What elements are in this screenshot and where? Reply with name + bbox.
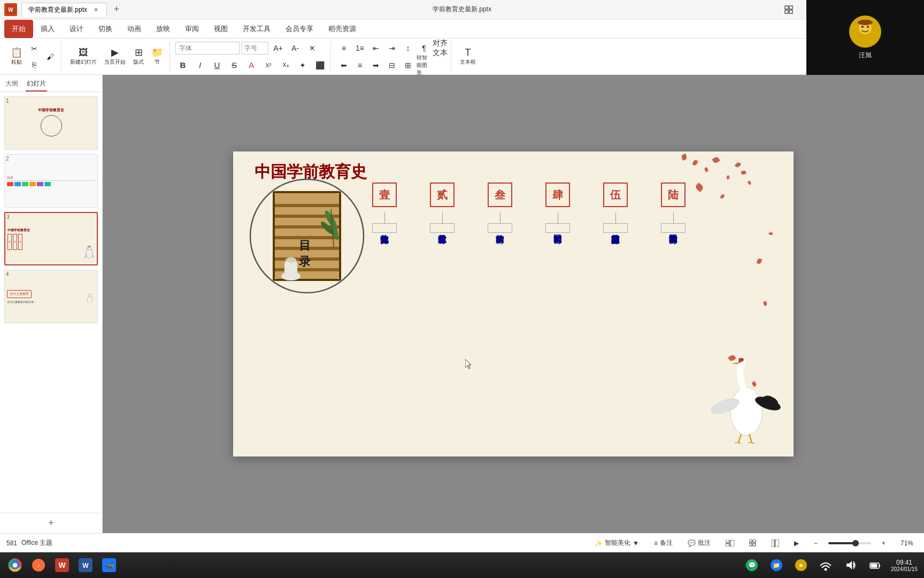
new-slide-button[interactable]: 🖼 新建幻灯片 xyxy=(67,45,100,68)
taskbar-right: 💬 📁 ★ xyxy=(741,554,920,576)
tab-close-button[interactable]: ✕ xyxy=(91,5,100,14)
highlight-button[interactable]: ⬛ xyxy=(312,58,327,73)
justify-button[interactable]: ⊟ xyxy=(384,58,399,73)
tab-review[interactable]: 审阅 xyxy=(178,20,206,38)
document-tab[interactable]: 学前教育史最新.pptx ✕ xyxy=(21,3,107,17)
italic-button[interactable]: I xyxy=(192,58,207,73)
chapter-1-line xyxy=(384,212,385,223)
smart-shape-button[interactable]: 转智能图形 xyxy=(417,58,432,73)
slides-tab[interactable]: 幻灯片 xyxy=(26,77,47,92)
svg-rect-63 xyxy=(730,540,734,546)
layout-toggle-button[interactable] xyxy=(776,0,801,19)
tab-transition[interactable]: 切换 xyxy=(91,20,120,38)
slide-thumb-1[interactable]: 1 中国学前教育史 xyxy=(4,96,98,150)
svg-point-38 xyxy=(286,257,296,263)
font-size-inc-button[interactable]: A+ xyxy=(271,41,286,56)
taskbar-chrome[interactable] xyxy=(4,554,26,576)
taskbar-network[interactable] xyxy=(815,554,836,576)
slide-canvas[interactable]: 中国学前教育史 xyxy=(233,151,794,457)
chapter-2: 贰 古代学前教育思想 xyxy=(430,182,455,233)
taskbar-time[interactable]: 09:41 2024/01/15 xyxy=(889,554,920,576)
layout-button[interactable]: ⊞ 版式 xyxy=(130,45,147,68)
slide-thumb-3[interactable]: 3 中国学前教育史 壹 贰 叁 xyxy=(4,212,98,265)
taskbar-files[interactable]: 📁 xyxy=(766,554,787,576)
font-size-input[interactable] xyxy=(242,42,268,55)
tab-slideshow[interactable]: 放映 xyxy=(149,20,178,38)
taskbar-word[interactable]: W xyxy=(75,554,96,576)
paste-button[interactable]: 📋 粘贴 xyxy=(7,45,26,68)
align-center-button[interactable]: ≡ xyxy=(352,58,367,73)
font-color-button[interactable]: A xyxy=(244,58,259,73)
taskbar-wps-writer[interactable]: W xyxy=(51,554,73,576)
normal-view-button[interactable] xyxy=(721,538,738,549)
cut-button[interactable]: ✂ xyxy=(27,41,42,56)
add-slide-button[interactable]: + xyxy=(0,513,102,533)
outline-tab[interactable]: 大纲 xyxy=(4,77,19,92)
paragraph-settings-button[interactable]: ¶ xyxy=(417,41,432,56)
svg-point-57 xyxy=(867,26,869,28)
text-align-button[interactable]: 对齐文本 xyxy=(433,41,448,56)
svg-rect-4 xyxy=(785,10,788,13)
tab-animation[interactable]: 动画 xyxy=(120,20,149,38)
indent-decrease-button[interactable]: ⇤ xyxy=(368,41,383,56)
font-size-dec-button[interactable]: A- xyxy=(288,41,303,56)
strikethrough-button[interactable]: S xyxy=(227,58,242,73)
smart-beautify-button[interactable]: ✨ 智能美化 ▼ xyxy=(590,536,643,550)
zoom-out-button[interactable]: − xyxy=(810,537,822,549)
section-label: 节 xyxy=(155,58,160,66)
svg-rect-69 xyxy=(775,539,779,547)
tab-home[interactable]: 开始 xyxy=(4,20,33,38)
zoom-percent-button[interactable]: 71% xyxy=(896,537,918,549)
taskbar-date-text: 2024/01/15 xyxy=(891,566,918,572)
reading-view-button[interactable] xyxy=(767,537,783,549)
svg-rect-94 xyxy=(879,565,880,567)
tab-insert[interactable]: 插入 xyxy=(33,20,62,38)
font-name-input[interactable] xyxy=(175,42,240,55)
taskbar-wps-golden[interactable]: ★ xyxy=(790,554,812,576)
align-right-button[interactable]: ➡ xyxy=(368,58,383,73)
tab-daoke[interactable]: 稻壳资源 xyxy=(321,20,364,38)
svg-rect-93 xyxy=(871,564,877,568)
zoom-percent: 71% xyxy=(900,539,913,547)
tab-design[interactable]: 设计 xyxy=(62,20,91,38)
subscript-button[interactable]: X₂ xyxy=(278,58,293,73)
special-char-button[interactable]: ✦ xyxy=(295,58,310,73)
superscript-button[interactable]: X² xyxy=(261,58,276,73)
chapter-4: 肆 民国时期的学前教育 xyxy=(545,182,570,233)
underline-button[interactable]: U xyxy=(210,58,225,73)
tab-developer[interactable]: 开发工具 xyxy=(235,20,278,38)
bold-button[interactable]: B xyxy=(175,58,190,73)
slide-thumb-2[interactable]: 2 目录 xyxy=(4,154,98,208)
notes-button[interactable]: ≡ 备注 xyxy=(650,536,677,550)
taskbar-wechat[interactable]: 💬 xyxy=(741,554,763,576)
indent-increase-button[interactable]: ⇥ xyxy=(384,41,399,56)
format-paint-button[interactable]: 🖌 xyxy=(43,49,58,64)
chapter-6: 陆 中华人民共和国时期的学前教育 xyxy=(661,182,686,233)
svg-rect-60 xyxy=(860,20,870,24)
line-spacing-button[interactable]: ↕ xyxy=(401,41,415,56)
current-start-button[interactable]: ▶ 当页开始 xyxy=(101,45,129,68)
zoom-in-button[interactable]: + xyxy=(877,537,890,549)
section-button[interactable]: 📁 节 xyxy=(148,45,166,68)
taskbar-video-call[interactable]: 📹 xyxy=(98,554,120,576)
play-button[interactable]: ▶ xyxy=(790,537,803,549)
taskbar-volume[interactable] xyxy=(840,554,861,576)
taskbar-battery[interactable] xyxy=(864,554,886,576)
slide-thumb-4[interactable]: 4 古代儿童教育 古代儿童教育内容文本... xyxy=(4,270,98,323)
copy-button[interactable]: ⎘ xyxy=(27,57,42,72)
bullet-list-button[interactable]: ≡ xyxy=(336,41,351,56)
taskbar-wps-music[interactable]: ♪ xyxy=(28,554,49,576)
align-left-button[interactable]: ⬅ xyxy=(336,58,351,73)
textbox-button[interactable]: T 文本框 xyxy=(457,45,479,68)
add-tab-button[interactable]: + xyxy=(109,2,124,17)
numbered-list-button[interactable]: 1≡ xyxy=(352,41,367,56)
tab-member[interactable]: 会员专享 xyxy=(278,20,321,38)
grid-view-status-button[interactable] xyxy=(745,537,761,549)
comment-button[interactable]: 💬 批注 xyxy=(683,536,715,550)
clear-format-button[interactable]: ✕ xyxy=(305,41,320,56)
window-title: 学前教育史最新.pptx xyxy=(433,5,491,14)
tab-view[interactable]: 视图 xyxy=(206,20,235,38)
columns-button[interactable]: ⊞ xyxy=(401,58,415,73)
zoom-slider[interactable] xyxy=(828,542,871,544)
normal-view-icon xyxy=(726,540,734,546)
